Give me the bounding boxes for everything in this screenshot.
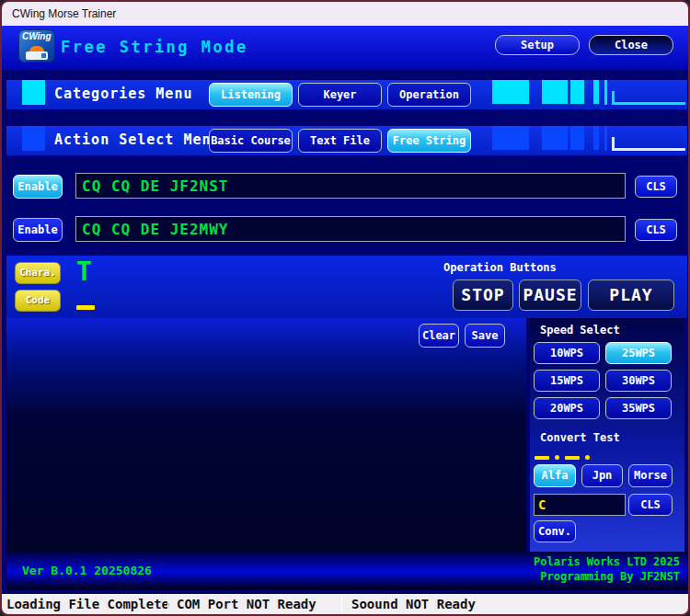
- clear-button[interactable]: Clear: [419, 324, 459, 348]
- status-loading: Loading File Complete: [6, 594, 169, 614]
- free-string-input-2[interactable]: [75, 216, 626, 242]
- header: CWing Free String Mode Setup Close: [2, 26, 688, 70]
- operation-section: Chara. Code T Operation Buttons STOP PAU…: [6, 256, 687, 318]
- cls-button-2[interactable]: CLS: [635, 219, 677, 241]
- credits: Polaris Works LTD 2025 Programming By JF…: [534, 554, 680, 584]
- cls-button-1[interactable]: CLS: [635, 176, 677, 198]
- right-control-panel: Speed Select 10WPS 25WPS 15WPS 30WPS 20W…: [530, 318, 684, 552]
- categories-menu-label: Categories Menu: [54, 86, 192, 102]
- chara-button[interactable]: Chara.: [15, 262, 61, 284]
- tab-keyer[interactable]: Keyer: [298, 83, 382, 107]
- alfa-button[interactable]: Alfa: [534, 464, 576, 487]
- action-select-menu-bar: Action Select Menu Basic Course Text Fil…: [6, 126, 687, 155]
- free-string-input-1[interactable]: [75, 173, 626, 199]
- convert-morse-display: [535, 448, 595, 453]
- app-window: CWing Morse Trainer CWing Free String Mo…: [0, 0, 690, 616]
- morse-text-display-area: Clear Save: [6, 318, 526, 552]
- convert-test-label: Convert Test: [540, 431, 620, 444]
- morse-button[interactable]: Morse: [628, 464, 673, 487]
- action-menu-label: Action Select Menu: [54, 131, 221, 148]
- speed-30wps-button[interactable]: 30WPS: [605, 370, 672, 392]
- tab-listening[interactable]: Listening: [209, 83, 293, 107]
- setup-button[interactable]: Setup: [495, 35, 580, 55]
- logo-text: CWing: [22, 31, 52, 41]
- page-title: Free String Mode: [61, 38, 248, 56]
- speed-25wps-button[interactable]: 25WPS: [605, 342, 672, 364]
- jpn-button[interactable]: Jpn: [581, 464, 623, 487]
- titlebar[interactable]: CWing Morse Trainer: [2, 2, 688, 26]
- stop-button[interactable]: STOP: [453, 279, 513, 311]
- status-bar: Loading File Complete COM Port NOT Ready…: [2, 594, 688, 614]
- close-button[interactable]: Close: [589, 35, 673, 55]
- status-com-port: COM Port NOT Ready: [177, 594, 316, 614]
- operation-buttons-label: Operation Buttons: [443, 261, 557, 274]
- tab-free-string[interactable]: Free String: [387, 129, 471, 153]
- enable-button-1[interactable]: Enable: [13, 175, 63, 199]
- pause-button[interactable]: PAUSE: [519, 279, 581, 311]
- speed-15wps-button[interactable]: 15WPS: [534, 370, 600, 392]
- version-label: Ver B.0.1 20250826: [22, 564, 152, 577]
- tab-basic-course[interactable]: Basic Course: [209, 129, 293, 153]
- speed-35wps-button[interactable]: 35WPS: [605, 397, 672, 419]
- enable-button-2[interactable]: Enable: [13, 218, 63, 242]
- status-separator: [167, 596, 168, 612]
- morse-key-base-icon: [26, 51, 48, 60]
- convert-input[interactable]: [534, 494, 626, 516]
- credit-line-2: Programming By JF2NST: [534, 569, 680, 584]
- save-button[interactable]: Save: [465, 324, 505, 348]
- conv-button[interactable]: Conv.: [534, 520, 576, 542]
- speed-select-label: Speed Select: [540, 324, 620, 337]
- current-morse-code-display: [76, 298, 100, 303]
- cwing-logo-icon: CWing: [18, 29, 55, 63]
- speed-select-grid: 10WPS 25WPS 15WPS 30WPS 20WPS 35WPS: [534, 342, 681, 419]
- categories-accent-square: [22, 80, 45, 105]
- convert-cls-button[interactable]: CLS: [628, 494, 673, 516]
- tab-text-file[interactable]: Text File: [298, 129, 382, 153]
- speed-20wps-button[interactable]: 20WPS: [534, 397, 600, 419]
- speed-10wps-button[interactable]: 10WPS: [534, 342, 600, 364]
- status-separator: [341, 596, 342, 612]
- code-button[interactable]: Code: [15, 290, 61, 312]
- current-character-display: T: [76, 257, 92, 287]
- categories-menu-bar: Categories Menu Listening Keyer Operatio…: [6, 80, 687, 109]
- window-title: CWing Morse Trainer: [12, 7, 116, 20]
- action-accent-square: [22, 126, 45, 151]
- app-body: CWing Free String Mode Setup Close Categ…: [2, 26, 688, 594]
- tab-operation[interactable]: Operation: [387, 83, 471, 107]
- credit-line-1: Polaris Works LTD 2025: [534, 554, 680, 569]
- play-button[interactable]: PLAY: [588, 279, 674, 311]
- footer: Ver B.0.1 20250826 Polaris Works LTD 202…: [6, 552, 687, 590]
- status-sound: Soound NOT Ready: [351, 594, 476, 614]
